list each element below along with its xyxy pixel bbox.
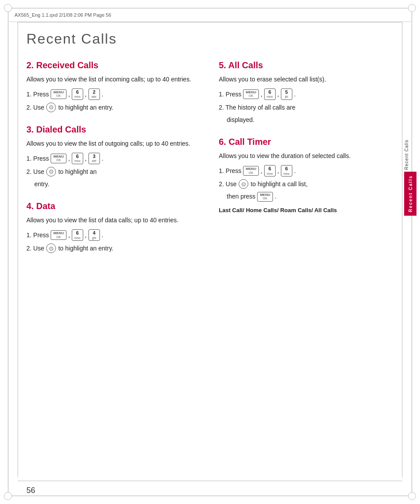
last-call-note: Last Call/ Home Calls/ Roam Calls/ All C… bbox=[219, 206, 394, 215]
received-calls-body: Allows you to view the list of incoming … bbox=[26, 75, 201, 84]
call-timer-body: Allows you to view the duration of selec… bbox=[219, 151, 394, 161]
key-6mno-5: 6mno bbox=[264, 88, 276, 100]
key-5jkl: 5jkl bbox=[281, 88, 292, 100]
nav-btn-2: ⊙ bbox=[46, 167, 56, 177]
all-calls-step2b: displayed. bbox=[219, 115, 394, 125]
sidebar-label-above: Recent Calls bbox=[404, 140, 409, 170]
page-title: Recent Calls bbox=[26, 31, 394, 47]
key-menu-ok-6: MENUOK bbox=[243, 166, 259, 176]
received-calls-step2: 2. Use ⊙ to highlight an entry. bbox=[26, 103, 201, 112]
data-step2: 2. Use ⊙ to highlight an entry. bbox=[26, 243, 201, 253]
key-menu-ok-4: MENUOK bbox=[51, 230, 66, 240]
key-menu-ok-1: MENUOK bbox=[51, 89, 66, 99]
section-heading-data: 4. Data bbox=[26, 201, 201, 211]
sidebar-tab-text: Recent Calls bbox=[408, 175, 413, 212]
data-step1: 1. Press MENUOK , 6mno , 4ghi . bbox=[26, 229, 201, 241]
right-column: 5. All Calls Allows you to erase selecte… bbox=[219, 60, 394, 265]
right-vertical-line bbox=[402, 22, 402, 478]
call-timer-step1: 1. Press MENUOK , 6mno , 6mno . bbox=[219, 165, 394, 177]
call-timer-step2b: then press MENUOK . bbox=[227, 191, 394, 201]
key-menu-ok-5: MENUOK bbox=[243, 89, 259, 99]
page-content: Recent Calls 2. Received Calls Allows yo… bbox=[26, 22, 394, 478]
reg-mark-bottom-right bbox=[408, 492, 416, 500]
key-6mno-6b: 6mno bbox=[281, 165, 292, 177]
key-6mno-4: 6mno bbox=[72, 229, 83, 241]
header-text: AX565_Eng 1.1.qxd 2/1/08 2:06 PM Page 56 bbox=[15, 12, 111, 18]
all-calls-body: Allows you to erase selected call list(s… bbox=[219, 75, 394, 84]
section-heading-all-calls: 5. All Calls bbox=[219, 60, 394, 70]
key-menu-ok-6b: MENUOK bbox=[257, 192, 273, 202]
section-data: 4. Data Allows you to view the list of d… bbox=[26, 201, 201, 253]
received-calls-step1: 1. Press MENUOK , 6mno , 2abc . bbox=[26, 88, 201, 100]
section-received-calls: 2. Received Calls Allows you to view the… bbox=[26, 60, 201, 112]
key-6mno-6a: 6mno bbox=[264, 165, 276, 177]
key-6mno-2: 6mno bbox=[72, 153, 83, 164]
bottom-divider bbox=[18, 481, 402, 481]
call-timer-step2: 2. Use ⊙ to highlight a call list, bbox=[219, 179, 394, 189]
key-menu-ok-2: MENUOK bbox=[51, 154, 66, 163]
nav-btn-4: ⊙ bbox=[46, 243, 56, 253]
all-calls-step2: 2. The history of all calls are bbox=[219, 103, 394, 112]
section-heading-received-calls: 2. Received Calls bbox=[26, 60, 201, 70]
key-3def: 3def bbox=[88, 153, 100, 164]
section-heading-dialed-calls: 3. Dialed Calls bbox=[26, 125, 201, 135]
section-all-calls: 5. All Calls Allows you to erase selecte… bbox=[219, 60, 394, 125]
dialed-calls-body: Allows you to view the list of outgoing … bbox=[26, 139, 201, 148]
reg-mark-bottom-left bbox=[4, 492, 12, 500]
dialed-calls-step2b: entry. bbox=[26, 179, 201, 189]
sidebar-container: Recent Calls Recent Calls bbox=[404, 140, 416, 216]
left-column: 2. Received Calls Allows you to view the… bbox=[26, 60, 201, 265]
nav-btn-6: ⊙ bbox=[239, 179, 248, 189]
dialed-calls-step1: 1. Press MENUOK , 6mno , 3def . bbox=[26, 153, 201, 164]
key-6mno-1: 6mno bbox=[72, 88, 83, 100]
all-calls-step1: 1. Press MENUOK , 6mno , 5jkl . bbox=[219, 88, 394, 100]
section-heading-call-timer: 6. Call Timer bbox=[219, 137, 394, 147]
header-bar: AX565_Eng 1.1.qxd 2/1/08 2:06 PM Page 56 bbox=[8, 8, 412, 22]
nav-btn-1: ⊙ bbox=[46, 103, 56, 112]
key-2abc: 2abc bbox=[88, 88, 100, 100]
left-vertical-line bbox=[18, 22, 18, 478]
sidebar-tab: Recent Calls bbox=[404, 172, 416, 216]
dialed-calls-step2: 2. Use ⊙ to highlight an bbox=[26, 167, 201, 177]
page-number: 56 bbox=[26, 486, 35, 495]
section-call-timer: 6. Call Timer Allows you to view the dur… bbox=[219, 137, 394, 214]
key-4ghi: 4ghi bbox=[88, 229, 100, 241]
two-column-layout: 2. Received Calls Allows you to view the… bbox=[26, 60, 394, 265]
section-dialed-calls: 3. Dialed Calls Allows you to view the l… bbox=[26, 125, 201, 189]
data-body: Allows you to view the list of data call… bbox=[26, 216, 201, 225]
